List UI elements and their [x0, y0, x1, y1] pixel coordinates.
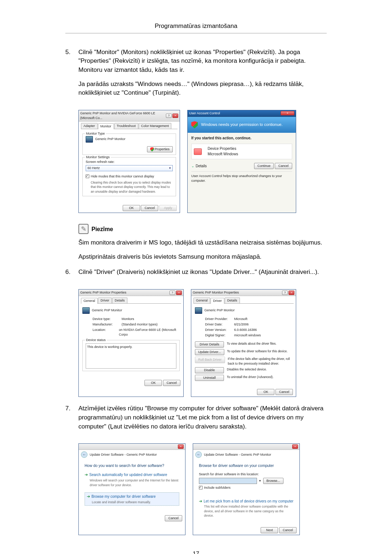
option-pick-from-list[interactable]: ➔Let me pick from a list of device drive… [199, 498, 294, 518]
expand-icon[interactable]: ⌄ [191, 164, 194, 168]
ok-button[interactable]: OK [144, 380, 162, 386]
cancel-button[interactable]: Cancel [279, 527, 297, 533]
dialog-title: Generic PnP Monitor Properties [80, 290, 126, 295]
step6-para: Cilnē "Driver" (Draiveris) noklikšķiniet… [78, 268, 327, 277]
close-button[interactable]: × [292, 444, 298, 449]
cancel-button[interactable]: Cancel [141, 205, 158, 211]
driver-version-value: 6.0.6000.16386 [234, 328, 257, 332]
ok-button[interactable]: OK [257, 389, 274, 395]
manufacturer-key: Manufacturer: [93, 322, 122, 327]
disable-button[interactable]: Disable [195, 367, 224, 373]
monitor-properties-dialog: Generic PnP Monitor and NVIDIA GeForce 6… [78, 110, 180, 213]
wizard-heading: How do you want to search for driver sof… [85, 463, 179, 468]
option-search-auto[interactable]: ➔Search automatically for updated driver… [85, 472, 179, 487]
close-button[interactable]: × [172, 114, 178, 118]
manufacturer-value: (Standard monitor types) [122, 322, 158, 327]
next-button[interactable]: Next [261, 527, 278, 533]
cancel-button[interactable]: Cancel [275, 389, 293, 395]
help-button[interactable]: ? [166, 114, 172, 118]
tab-color-management[interactable]: Color Management [139, 123, 172, 129]
tabs: Adapter Monitor Troubleshoot Color Manag… [81, 123, 177, 129]
uac-dialog: User Account Control × Windows needs you… [187, 110, 296, 213]
details-toggle[interactable]: Details [196, 164, 207, 168]
titlebar: User Account Control × [188, 110, 296, 117]
update-driver-button[interactable]: Update Driver... [195, 349, 224, 355]
close-button[interactable]: × [281, 111, 294, 115]
note-label: Piezīme [91, 225, 113, 233]
header-rule [65, 33, 327, 33]
device-status-legend: Device status [85, 338, 107, 342]
device-properties-driver-dialog: Generic PnP Monitor Properties ?× Genera… [191, 289, 296, 397]
update-driver-desc: To update the driver software for this d… [227, 349, 292, 353]
rollback-driver-desc: If the device fails after updating the d… [228, 357, 292, 366]
step-number: 6. [65, 268, 78, 282]
cancel-button[interactable]: Cancel [275, 163, 292, 169]
hide-modes-checkbox[interactable] [86, 175, 89, 178]
location-key: Location: [93, 328, 119, 337]
search-location-input[interactable] [199, 478, 257, 484]
uac-message: Windows needs your permission to contion… [201, 122, 282, 127]
tab-driver[interactable]: Driver [98, 297, 112, 303]
monitor-type-fieldset: Monitor Type Generic PnP Monitor Propert… [82, 134, 176, 155]
device-properties-label: Device Properties [208, 146, 238, 152]
note-para1: Šim monitora draiverim ir MS logo, tādēj… [78, 238, 327, 247]
tab-details[interactable]: Details [225, 297, 240, 303]
disable-desc: Disables the selected device. [227, 367, 292, 372]
rollback-driver-button[interactable]: Roll Back Driver [195, 357, 225, 363]
update-driver-wizard-browse-dialog: × ← Update Driver Software - Generic PnP… [193, 443, 300, 535]
help-button[interactable]: ? [282, 291, 288, 295]
tab-general[interactable]: General [81, 298, 98, 304]
properties-button[interactable]: Properties [147, 146, 173, 152]
hide-modes-label: Hide modes that this monitor cannot disp… [91, 174, 154, 179]
close-button[interactable]: × [176, 291, 182, 295]
device-status-text: This device is working properly. [86, 343, 176, 369]
apply-button[interactable]: Apply [159, 205, 177, 211]
refresh-rate-label: Screen refresh rate: [86, 160, 173, 164]
hide-modes-help: Clearing this check box allows you to se… [91, 180, 173, 194]
monitor-type-legend: Monitor Type [85, 131, 106, 136]
titlebar: × [193, 444, 299, 450]
titlebar: Generic PnP Monitor Properties ?× [191, 290, 296, 296]
option-browse-computer[interactable]: ➔Browse my computer for driver software … [85, 492, 179, 506]
back-button[interactable]: ← [195, 451, 202, 458]
tab-details[interactable]: Details [112, 297, 127, 303]
signer-key: Digital Signer: [205, 333, 234, 338]
tab-general[interactable]: General [193, 297, 210, 303]
device-properties-general-dialog: Generic PnP Monitor Properties ?× Genera… [78, 289, 184, 397]
include-subfolders-checkbox[interactable] [199, 486, 203, 489]
include-subfolders-label: Include subfolders [204, 485, 230, 490]
driver-details-desc: To view details about the driver files. [227, 341, 292, 346]
ok-button[interactable]: OK [123, 205, 140, 211]
update-driver-wizard-search-dialog: × ← Update Driver Software - Generic PnP… [78, 443, 185, 535]
step-6: 6. Cilnē "Driver" (Draiveris) noklikšķin… [65, 268, 327, 282]
browse-button[interactable]: Browse... [263, 478, 283, 484]
refresh-rate-select[interactable]: 60 Hertz▾ [86, 165, 173, 171]
tab-troubleshoot[interactable]: Troubleshoot [114, 123, 138, 129]
monitor-icon [86, 136, 93, 143]
breadcrumb: Update Driver Software - Generic PnP Mon… [90, 452, 157, 457]
back-button[interactable]: ← [81, 451, 87, 458]
step-7: 7. Atzīmējiet izvēles rūtiņu "Browse my … [65, 404, 327, 436]
provider-value: Microsoft [234, 317, 248, 321]
continue-button[interactable]: Continue [254, 163, 274, 169]
uninstall-button[interactable]: Uninstall [195, 375, 224, 381]
figure-row-2: Generic PnP Monitor Properties ?× Genera… [78, 289, 327, 397]
search-location-label: Search for driver software in this locat… [199, 472, 294, 477]
provider-key: Driver Provider: [205, 317, 234, 321]
cancel-button[interactable]: Cancel [163, 380, 180, 386]
tab-monitor[interactable]: Monitor [98, 123, 114, 129]
page-header: Programmatūras izmantošana [65, 22, 327, 31]
step5-para1: Cilnē "Monitor" (Monitors) noklikšķiniet… [78, 48, 327, 75]
driver-details-button[interactable]: Driver Details [195, 341, 224, 348]
tab-driver[interactable]: Driver [211, 298, 224, 304]
driver-version-key: Driver Version: [205, 328, 234, 332]
close-button[interactable]: × [289, 291, 294, 295]
tab-adapter[interactable]: Adapter [81, 123, 98, 129]
uninstall-desc: To uninstall the driver (Advanced). [227, 375, 292, 379]
help-button[interactable]: ? [170, 291, 175, 295]
step-5: 5. Cilnē "Monitor" (Monitors) noklikšķin… [65, 48, 327, 103]
close-button[interactable]: × [178, 444, 184, 449]
device-name: Generic PnP Monitor [92, 309, 122, 312]
cancel-button[interactable]: Cancel [165, 515, 182, 521]
figure-row-3: × ← Update Driver Software - Generic PnP… [78, 443, 327, 535]
